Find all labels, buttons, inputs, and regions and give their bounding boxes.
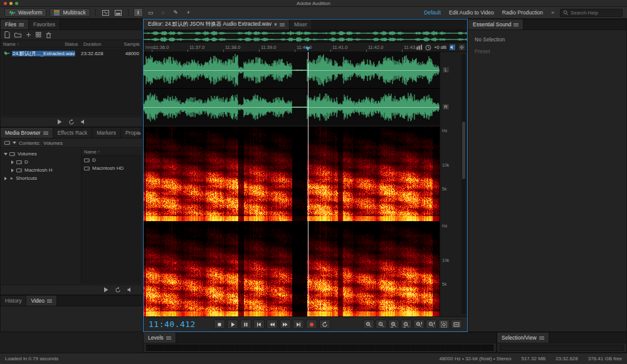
- tree-item-macintosh-hd[interactable]: Macintosh H: [1, 166, 81, 174]
- preview-loop-button[interactable]: [115, 287, 121, 293]
- show-spectral-display-button[interactable]: [113, 8, 123, 17]
- twisty-closed-icon[interactable]: [4, 177, 7, 180]
- panel-menu-icon[interactable]: [47, 299, 52, 303]
- move-to-next-button[interactable]: [293, 320, 304, 329]
- import-file-button[interactable]: [4, 31, 10, 38]
- paintbrush-selection-tool-button[interactable]: ✎: [171, 8, 181, 17]
- list-column-name[interactable]: Name ↑: [82, 148, 142, 156]
- tab-media-browser[interactable]: Media Browser: [1, 128, 53, 138]
- loop-playback-button[interactable]: [319, 320, 330, 329]
- pause-button[interactable]: [240, 320, 251, 329]
- minimize-window-button[interactable]: [9, 2, 13, 5]
- zoom-in-vertical-button[interactable]: [413, 320, 424, 329]
- panel-menu-icon[interactable]: [19, 23, 24, 27]
- preview-play-button[interactable]: [103, 287, 108, 293]
- tree-item-d-drive[interactable]: D: [1, 158, 81, 166]
- time-display[interactable]: 11:40.412: [149, 320, 214, 329]
- media-browser-shortcut-button[interactable]: [36, 32, 41, 38]
- zoom-out-horizontal-button[interactable]: [401, 320, 412, 329]
- editor-settings-button[interactable]: [458, 44, 465, 51]
- tab-favorites[interactable]: Favorites: [29, 19, 60, 29]
- preview-play-button[interactable]: [57, 119, 62, 125]
- scrollbar-thumb[interactable]: [462, 122, 465, 179]
- column-duration[interactable]: Duration: [83, 41, 115, 47]
- workspace-edit-audio-to-video[interactable]: Edit Audio to Video: [449, 9, 494, 16]
- filter-drive-icon[interactable]: [4, 141, 10, 145]
- meter-icon[interactable]: [416, 44, 423, 50]
- new-content-button[interactable]: [26, 32, 31, 38]
- lasso-selection-tool-button[interactable]: ◌: [159, 8, 168, 17]
- waveform-channel-right[interactable]: [144, 89, 440, 125]
- tab-levels[interactable]: Levels: [144, 333, 176, 343]
- media-browser-list[interactable]: Name ↑ D Macintosh HD: [82, 148, 142, 284]
- tree-item-volumes[interactable]: Volumes: [1, 150, 81, 158]
- level-meter[interactable]: [146, 345, 493, 351]
- tab-essential-sound[interactable]: Essential Sound: [468, 19, 524, 29]
- column-name[interactable]: Name ↑: [3, 41, 65, 47]
- channel-badge-right[interactable]: R: [442, 103, 450, 110]
- preview-loop-button[interactable]: [68, 119, 75, 125]
- close-window-button[interactable]: [4, 2, 7, 5]
- move-to-previous-button[interactable]: [253, 320, 265, 329]
- tab-video[interactable]: Video: [26, 296, 57, 306]
- delete-file-button[interactable]: [46, 32, 51, 38]
- tab-mixer[interactable]: Mixer: [290, 19, 312, 29]
- fast-forward-button[interactable]: [280, 320, 291, 329]
- monitor-toggle-button[interactable]: [449, 44, 456, 51]
- filter-dropdown-icon[interactable]: [13, 142, 16, 144]
- panel-menu-icon[interactable]: [43, 131, 48, 135]
- twisty-open-icon[interactable]: [4, 153, 8, 155]
- list-item-macintosh-hd[interactable]: Macintosh HD: [82, 164, 142, 172]
- tree-item-shortcuts[interactable]: Shortcuts: [1, 174, 81, 182]
- zoom-out-vertical-button[interactable]: [426, 320, 437, 329]
- spot-healing-brush-tool-button[interactable]: +: [184, 8, 193, 17]
- files-list[interactable]: 24.默认(月..._Extracted.wav 23:32.628 48000: [1, 49, 142, 116]
- playhead-line[interactable]: [308, 52, 308, 316]
- tab-overflow-button[interactable]: »: [138, 128, 141, 138]
- twisty-closed-icon[interactable]: [11, 169, 14, 172]
- marquee-selection-tool-button[interactable]: ▭: [146, 8, 155, 17]
- tab-properties[interactable]: Prope: [121, 128, 140, 138]
- tab-editor[interactable]: Editor: 24.默认的 JSON 转换器 Audio Extracted.…: [144, 19, 290, 29]
- preview-autoplay-button[interactable]: [81, 119, 87, 125]
- waveform-view-button[interactable]: Waveform: [4, 8, 46, 17]
- zoom-window-button[interactable]: [15, 2, 18, 5]
- timeline-ruler[interactable]: hms 11:36.0 11:37.0 11:38.0 11:39.0 11:4…: [144, 43, 467, 52]
- workspace-default[interactable]: Default: [424, 9, 441, 16]
- zoom-full-button[interactable]: [451, 320, 462, 329]
- time-selection-tool-button[interactable]: I: [134, 8, 143, 17]
- play-button[interactable]: [227, 320, 238, 329]
- tab-markers[interactable]: Markers: [92, 128, 121, 138]
- rewind-button[interactable]: [266, 320, 278, 329]
- clock-icon[interactable]: [425, 44, 431, 51]
- panel-menu-icon[interactable]: [166, 336, 171, 340]
- zoom-in-button[interactable]: [363, 320, 374, 329]
- search-help-input[interactable]: [571, 10, 619, 16]
- preview-autoplay-button[interactable]: [127, 287, 133, 293]
- open-file-button[interactable]: [14, 32, 21, 38]
- multitrack-view-button[interactable]: Multitrack: [50, 8, 90, 17]
- spectrogram-channel-left[interactable]: [144, 127, 440, 221]
- twisty-closed-icon[interactable]: [11, 160, 14, 164]
- tab-effects-rack[interactable]: Effects Rack: [53, 128, 93, 138]
- column-status[interactable]: Status: [65, 41, 83, 47]
- list-item-d-drive[interactable]: D: [82, 156, 142, 164]
- zoom-in-horizontal-button[interactable]: [388, 320, 399, 329]
- overview-navigator[interactable]: [144, 30, 467, 43]
- zoom-to-selection-button[interactable]: [438, 320, 450, 329]
- vertical-scrollbar[interactable]: [461, 54, 466, 315]
- media-browser-tree[interactable]: Volumes D Macintosh H Shortcuts: [1, 148, 82, 284]
- tab-history[interactable]: History: [1, 296, 26, 306]
- tab-selection-view[interactable]: Selection/View: [497, 333, 549, 343]
- gain-db-value[interactable]: +0 dB: [434, 44, 446, 50]
- search-help-box[interactable]: [560, 9, 623, 17]
- tab-files[interactable]: Files: [1, 19, 29, 29]
- spectrogram-channel-right[interactable]: [144, 222, 440, 316]
- column-sample[interactable]: Sample: [115, 41, 140, 47]
- channel-badge-left[interactable]: L: [442, 66, 450, 73]
- panel-menu-icon[interactable]: [514, 23, 519, 27]
- workspace-overflow-button[interactable]: »: [551, 9, 554, 16]
- stop-button[interactable]: [214, 320, 225, 329]
- editor-tab-close-icon[interactable]: ×: [274, 21, 277, 28]
- file-row[interactable]: 24.默认(月..._Extracted.wav 23:32.628 48000: [1, 49, 142, 58]
